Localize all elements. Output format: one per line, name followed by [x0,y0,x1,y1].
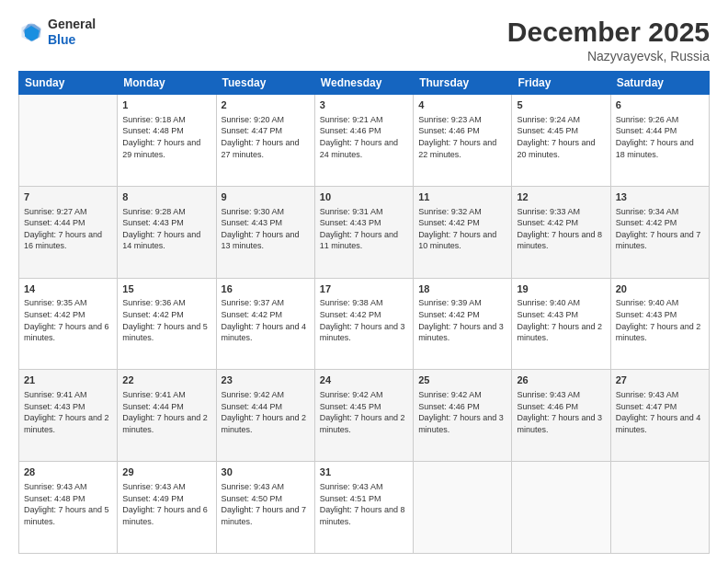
day-number: 7 [24,190,112,204]
day-info: Sunrise: 9:33 AMSunset: 4:42 PMDaylight:… [517,206,605,252]
logo-text: General Blue [48,17,96,48]
calendar-cell: 24Sunrise: 9:42 AMSunset: 4:45 PMDayligh… [314,370,413,462]
day-number: 4 [418,98,506,112]
calendar-cell [610,462,709,554]
calendar-cell: 16Sunrise: 9:37 AMSunset: 4:42 PMDayligh… [216,278,314,370]
calendar-cell: 2Sunrise: 9:20 AMSunset: 4:47 PMDaylight… [216,95,314,187]
day-number: 30 [222,465,310,479]
calendar-cell: 8Sunrise: 9:28 AMSunset: 4:43 PMDaylight… [118,186,216,278]
calendar-cell: 19Sunrise: 9:40 AMSunset: 4:43 PMDayligh… [512,278,610,370]
day-info: Sunrise: 9:40 AMSunset: 4:43 PMDaylight:… [616,297,704,343]
calendar-cell: 31Sunrise: 9:43 AMSunset: 4:51 PMDayligh… [314,462,413,554]
calendar-cell: 9Sunrise: 9:30 AMSunset: 4:43 PMDaylight… [216,186,314,278]
calendar-cell: 1Sunrise: 9:18 AMSunset: 4:48 PMDaylight… [118,95,216,187]
day-info: Sunrise: 9:42 AMSunset: 4:44 PMDaylight:… [222,389,310,435]
day-info: Sunrise: 9:42 AMSunset: 4:46 PMDaylight:… [418,389,506,435]
day-info: Sunrise: 9:31 AMSunset: 4:43 PMDaylight:… [320,206,408,252]
calendar-cell: 11Sunrise: 9:32 AMSunset: 4:42 PMDayligh… [414,186,512,278]
calendar-week-row: 1Sunrise: 9:18 AMSunset: 4:48 PMDaylight… [19,95,710,187]
day-info: Sunrise: 9:30 AMSunset: 4:43 PMDaylight:… [222,206,310,252]
day-info: Sunrise: 9:34 AMSunset: 4:42 PMDaylight:… [616,206,704,252]
day-number: 9 [222,190,310,204]
calendar-cell: 7Sunrise: 9:27 AMSunset: 4:44 PMDaylight… [19,186,118,278]
header: General Blue December 2025 Nazyvayevsk, … [18,17,710,63]
day-info: Sunrise: 9:42 AMSunset: 4:45 PMDaylight:… [320,389,408,435]
day-number: 17 [320,282,408,296]
day-number: 8 [122,190,210,204]
calendar-cell: 17Sunrise: 9:38 AMSunset: 4:42 PMDayligh… [314,278,413,370]
calendar-cell: 20Sunrise: 9:40 AMSunset: 4:43 PMDayligh… [610,278,709,370]
day-info: Sunrise: 9:43 AMSunset: 4:50 PMDaylight:… [222,481,310,527]
day-header-saturday: Saturday [610,72,709,95]
day-info: Sunrise: 9:32 AMSunset: 4:42 PMDaylight:… [418,206,506,252]
day-number: 22 [122,373,210,387]
day-number: 27 [616,373,704,387]
calendar-cell: 30Sunrise: 9:43 AMSunset: 4:50 PMDayligh… [216,462,314,554]
calendar-cell: 27Sunrise: 9:43 AMSunset: 4:47 PMDayligh… [610,370,709,462]
day-number: 19 [517,282,605,296]
calendar-cell: 22Sunrise: 9:41 AMSunset: 4:44 PMDayligh… [118,370,216,462]
day-number: 6 [616,98,704,112]
day-header-sunday: Sunday [19,72,118,95]
logo-icon [18,19,44,45]
day-number: 18 [418,282,506,296]
day-number: 24 [320,373,408,387]
day-number: 21 [24,373,112,387]
day-info: Sunrise: 9:43 AMSunset: 4:51 PMDaylight:… [320,481,408,527]
calendar-cell: 12Sunrise: 9:33 AMSunset: 4:42 PMDayligh… [512,186,610,278]
calendar-cell: 13Sunrise: 9:34 AMSunset: 4:42 PMDayligh… [610,186,709,278]
day-number: 20 [616,282,704,296]
day-number: 13 [616,190,704,204]
day-info: Sunrise: 9:43 AMSunset: 4:46 PMDaylight:… [517,389,605,435]
day-info: Sunrise: 9:23 AMSunset: 4:46 PMDaylight:… [418,114,506,160]
calendar-cell: 5Sunrise: 9:24 AMSunset: 4:45 PMDaylight… [512,95,610,187]
day-number: 3 [320,98,408,112]
day-number: 12 [517,190,605,204]
day-info: Sunrise: 9:36 AMSunset: 4:42 PMDaylight:… [122,297,210,343]
location: Nazyvayevsk, Russia [507,49,710,63]
day-info: Sunrise: 9:41 AMSunset: 4:44 PMDaylight:… [122,389,210,435]
logo-blue: Blue [48,32,96,48]
day-header-monday: Monday [118,72,216,95]
day-info: Sunrise: 9:40 AMSunset: 4:43 PMDaylight:… [517,297,605,343]
day-info: Sunrise: 9:24 AMSunset: 4:45 PMDaylight:… [517,114,605,160]
calendar-cell: 3Sunrise: 9:21 AMSunset: 4:46 PMDaylight… [314,95,413,187]
calendar-cell: 23Sunrise: 9:42 AMSunset: 4:44 PMDayligh… [216,370,314,462]
day-info: Sunrise: 9:43 AMSunset: 4:47 PMDaylight:… [616,389,704,435]
day-info: Sunrise: 9:27 AMSunset: 4:44 PMDaylight:… [24,206,112,252]
day-number: 16 [222,282,310,296]
logo: General Blue [18,17,96,48]
day-number: 26 [517,373,605,387]
calendar-cell: 6Sunrise: 9:26 AMSunset: 4:44 PMDaylight… [610,95,709,187]
calendar-week-row: 7Sunrise: 9:27 AMSunset: 4:44 PMDaylight… [19,186,710,278]
month-title: December 2025 [507,17,710,47]
calendar-week-row: 28Sunrise: 9:43 AMSunset: 4:48 PMDayligh… [19,462,710,554]
day-header-thursday: Thursday [414,72,512,95]
calendar-header-row: SundayMondayTuesdayWednesdayThursdayFrid… [19,72,710,95]
calendar-cell: 15Sunrise: 9:36 AMSunset: 4:42 PMDayligh… [118,278,216,370]
calendar-cell: 28Sunrise: 9:43 AMSunset: 4:48 PMDayligh… [19,462,118,554]
day-number: 1 [122,98,210,112]
day-info: Sunrise: 9:38 AMSunset: 4:42 PMDaylight:… [320,297,408,343]
title-block: December 2025 Nazyvayevsk, Russia [507,17,710,63]
day-info: Sunrise: 9:43 AMSunset: 4:49 PMDaylight:… [122,481,210,527]
calendar-cell: 10Sunrise: 9:31 AMSunset: 4:43 PMDayligh… [314,186,413,278]
day-info: Sunrise: 9:39 AMSunset: 4:42 PMDaylight:… [418,297,506,343]
day-header-tuesday: Tuesday [216,72,314,95]
day-info: Sunrise: 9:26 AMSunset: 4:44 PMDaylight:… [616,114,704,160]
day-info: Sunrise: 9:41 AMSunset: 4:43 PMDaylight:… [24,389,112,435]
calendar-cell: 4Sunrise: 9:23 AMSunset: 4:46 PMDaylight… [414,95,512,187]
day-number: 23 [222,373,310,387]
day-number: 31 [320,465,408,479]
day-info: Sunrise: 9:20 AMSunset: 4:47 PMDaylight:… [222,114,310,160]
day-number: 14 [24,282,112,296]
calendar-cell [414,462,512,554]
calendar-table: SundayMondayTuesdayWednesdayThursdayFrid… [18,71,710,554]
day-number: 15 [122,282,210,296]
day-number: 10 [320,190,408,204]
calendar-cell: 14Sunrise: 9:35 AMSunset: 4:42 PMDayligh… [19,278,118,370]
day-number: 25 [418,373,506,387]
calendar-cell [19,95,118,187]
day-info: Sunrise: 9:21 AMSunset: 4:46 PMDaylight:… [320,114,408,160]
day-info: Sunrise: 9:28 AMSunset: 4:43 PMDaylight:… [122,206,210,252]
